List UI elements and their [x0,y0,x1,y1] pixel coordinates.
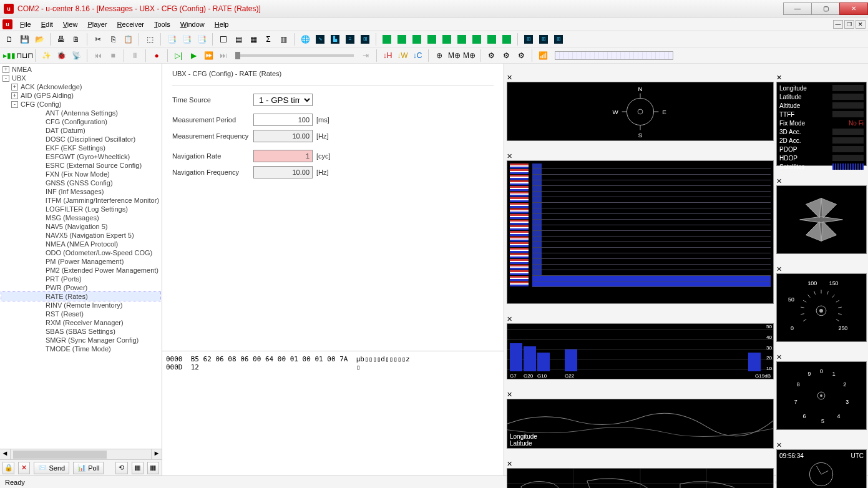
player-first[interactable]: ⏮ [91,49,105,62]
paste-button[interactable]: 📋 [121,32,135,46]
dock-9[interactable] [500,32,514,46]
dock-close[interactable]: ✕ [507,152,774,160]
dock-close[interactable]: ✕ [507,391,774,399]
antenna-button[interactable]: 📡 [69,49,83,62]
dock-close[interactable]: ✕ [507,74,774,82]
dock-1[interactable] [380,32,394,46]
connect-button[interactable]: ▸▮▮ [2,49,16,62]
player-end[interactable]: ⇥ [359,49,373,62]
aid-3[interactable]: M⊕ [462,49,476,62]
tree-node[interactable]: TMODE (Time Mode) [1,344,160,353]
dock-close[interactable]: ✕ [776,441,867,449]
tree-node[interactable]: ODO (Odometer/Low-Speed COG) [1,248,160,257]
footer-btn-1[interactable]: ⟲ [115,462,127,474]
mdi-close-button[interactable]: ✕ [856,20,866,29]
tree-node[interactable]: CFG (Configuration) [1,117,160,126]
tree-node[interactable]: PWR (Power) [1,283,160,292]
hotstart-button[interactable]: ↓H [381,49,394,62]
dock-close[interactable]: ✕ [507,315,774,323]
menu-window[interactable]: Window [175,19,210,29]
view-chart-4[interactable]: ⊞ [358,32,372,46]
send-button[interactable]: 📨Send [34,462,69,474]
menu-file[interactable]: File [15,19,36,29]
tree-node[interactable]: RATE (Rates) [1,292,160,301]
tree-node[interactable]: +ACK (Acknowledge) [1,82,160,91]
cfg-field-0[interactable]: 1 - GPS time [253,94,313,106]
dock-8[interactable] [485,32,499,46]
aid-2[interactable]: M⊕ [447,49,461,62]
copy-button[interactable]: ⎘ [106,32,120,46]
tree-node[interactable]: INF (Inf Messages) [1,187,160,196]
view-grid-4[interactable]: ▥ [276,32,290,46]
tree-node[interactable]: RXM (Receiver Manager) [1,318,160,327]
message-tree[interactable]: +NMEA-UBX+ACK (Acknowledge)+AID (GPS Aid… [0,64,162,354]
tree-node[interactable]: MSG (Messages) [1,213,160,222]
dock-close[interactable]: ✕ [776,177,867,185]
new-button[interactable]: 🗋 [2,32,16,46]
tree-node[interactable]: RST (Reset) [1,310,160,318]
tree-node[interactable]: ESFGWT (Gyro+Wheeltick) [1,152,160,161]
dock-2[interactable] [395,32,409,46]
view-grid-1[interactable] [217,32,230,46]
coldstart-button[interactable]: ↓C [411,49,424,62]
menu-edit[interactable]: Edit [36,19,58,29]
signal-icon[interactable]: 📶 [536,49,550,62]
tree-node[interactable]: DOSC (Disciplined Oscillator) [1,135,160,144]
player-step[interactable]: ▷| [172,49,185,62]
dock-11[interactable]: ⊞ [537,32,550,46]
poll-button[interactable]: 📊Poll [73,462,104,474]
view-chart-2[interactable]: ▙ [328,32,342,46]
view-grid-2[interactable]: ▤ [232,32,245,46]
gear-1[interactable]: ⚙ [484,49,498,62]
dock-7[interactable] [470,32,484,46]
tree-node[interactable]: SBAS (SBAS Settings) [1,327,160,336]
view-sigma[interactable]: Σ [261,32,275,46]
menu-receiver[interactable]: Receiver [112,19,149,29]
gear-2[interactable]: ⚙ [499,49,513,62]
dock-5[interactable] [440,32,454,46]
bug-button[interactable]: 🐞 [54,49,68,62]
view-chart-3[interactable]: ≡ [343,32,357,46]
dock-close[interactable]: ✕ [776,353,867,361]
view-chart-1[interactable]: ∿ [313,32,327,46]
baud-button[interactable]: ⊓⊔⊓ [17,49,31,62]
dock-6[interactable] [455,32,469,46]
tree-node[interactable]: +AID (GPS Aiding) [1,91,160,100]
player-stop[interactable]: ■ [106,49,120,62]
tree-node[interactable]: PRT (Ports) [1,275,160,283]
cfg-field-1[interactable]: 100 [253,114,313,126]
dock-10[interactable]: ⊞ [522,32,535,46]
dock-4[interactable] [425,32,439,46]
tree-node[interactable]: EKF (EKF Settings) [1,144,160,152]
menu-help[interactable]: Help [210,19,234,29]
tree-node[interactable]: FXN (Fix Now Mode) [1,170,160,178]
minimize-button[interactable]: — [783,2,812,15]
footer-btn-3[interactable]: ▦ [147,462,159,474]
dock-12[interactable]: ⊞ [552,32,565,46]
tree-hscroll[interactable]: ◄► [0,449,162,459]
footer-btn-2[interactable]: ▦ [132,462,144,474]
mdi-restore-button[interactable]: ❐ [844,20,854,29]
close-button[interactable]: ✕ [839,2,868,15]
tree-node[interactable]: ESRC (External Source Config) [1,161,160,170]
dock-close[interactable]: ✕ [776,74,867,82]
maximize-button[interactable]: ▢ [811,2,840,15]
tree-node[interactable]: LOGFILTER (Log Settings) [1,205,160,213]
lock-button[interactable]: 🔒 [2,462,14,474]
tree-node[interactable]: RINV (Remote Inventory) [1,301,160,310]
tree-node[interactable]: +NMEA [1,65,160,74]
dock-close[interactable]: ✕ [776,265,867,273]
menu-player[interactable]: Player [82,19,112,29]
save-button[interactable]: 💾 [17,32,31,46]
tree-node[interactable]: PM2 (Extended Power Management) [1,266,160,275]
tree-node[interactable]: -CFG (Config) [1,100,160,109]
tb-misc-1[interactable]: ⬚ [143,32,157,46]
warmstart-button[interactable]: ↓W [396,49,409,62]
view-grid-3[interactable]: ▦ [246,32,260,46]
menu-view[interactable]: View [58,19,83,29]
player-ff[interactable]: ⏩ [202,49,215,62]
tree-node[interactable]: SMGR (Sync Manager Config) [1,336,160,344]
tree-node[interactable]: DAT (Datum) [1,126,160,135]
player-last[interactable]: ⏭ [217,49,230,62]
tree-node[interactable]: PM (Power Management) [1,257,160,266]
